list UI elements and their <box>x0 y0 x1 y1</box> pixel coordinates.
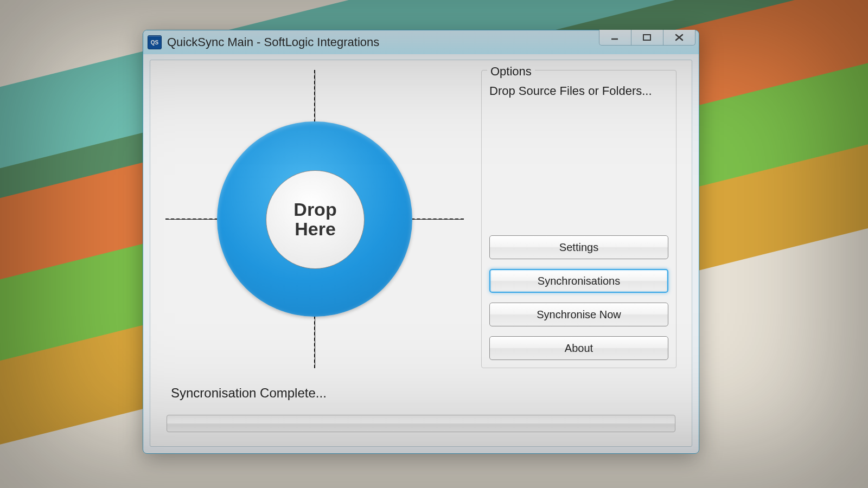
drop-target[interactable]: Drop Here <box>165 70 464 368</box>
window-controls <box>599 30 695 46</box>
titlebar[interactable]: QS QuickSync Main - SoftLogic Integratio… <box>143 30 699 54</box>
maximize-icon <box>642 34 653 41</box>
app-icon: QS <box>148 35 162 49</box>
settings-button[interactable]: Settings <box>489 235 668 259</box>
options-button-stack: Settings Synchronisations Synchronise No… <box>489 235 668 360</box>
drop-label: Drop Here <box>266 170 365 269</box>
progress-bar <box>167 415 675 432</box>
window-title: QuickSync Main - SoftLogic Integrations <box>167 35 379 49</box>
close-button[interactable] <box>663 30 695 46</box>
options-legend: Options <box>487 65 535 79</box>
minimize-button[interactable] <box>599 30 631 46</box>
options-hint: Drop Source Files or Folders... <box>489 84 668 99</box>
maximize-button[interactable] <box>631 30 663 46</box>
client-area: Drop Here Options Drop Source Files or F… <box>150 60 692 447</box>
drop-label-line2: Here <box>295 219 336 239</box>
close-icon <box>674 34 685 41</box>
options-groupbox: Options Drop Source Files or Folders... … <box>481 70 676 368</box>
svg-rect-1 <box>643 35 650 40</box>
app-window: QS QuickSync Main - SoftLogic Integratio… <box>143 30 699 454</box>
synchronise-now-button[interactable]: Synchronise Now <box>489 303 668 326</box>
synchronisations-button[interactable]: Synchronisations <box>489 269 668 293</box>
drop-label-line1: Drop <box>293 199 336 220</box>
minimize-icon <box>610 34 621 41</box>
status-text: Syncronisation Complete... <box>171 386 327 401</box>
about-button[interactable]: About <box>489 336 668 360</box>
